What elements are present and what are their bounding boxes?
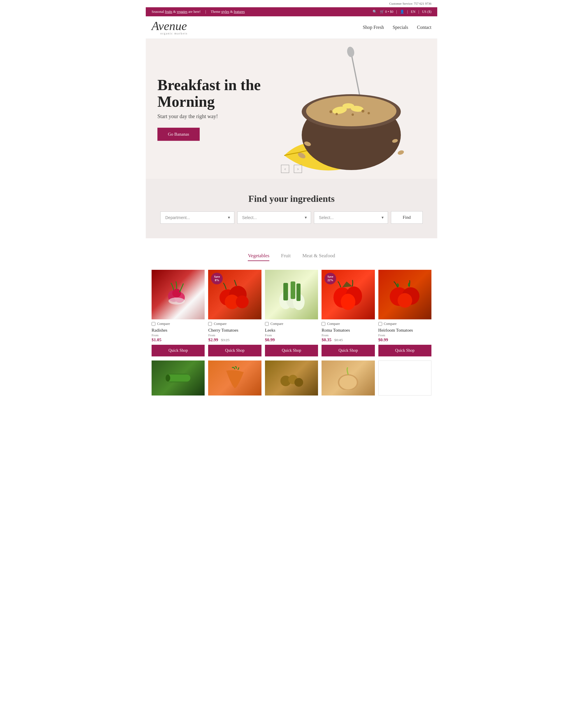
svg-point-12	[352, 113, 354, 116]
compare-row-cherry-tomatoes: Compare	[208, 322, 261, 326]
svg-point-4	[306, 96, 396, 126]
quick-shop-leeks[interactable]: Quick Shop	[265, 345, 318, 357]
compare-checkbox-cherry-tomatoes[interactable]	[208, 322, 212, 326]
product-price-cherry-tomatoes: $2.99 $3.25	[208, 337, 261, 342]
quick-shop-roma-tomatoes[interactable]: Quick Shop	[322, 345, 374, 357]
product-card-row2-3	[265, 361, 318, 395]
find-section-title: Find your ingredients	[151, 193, 432, 204]
hero-cta-button[interactable]: Go Bananas	[158, 128, 200, 141]
features-link[interactable]: features	[234, 10, 245, 14]
product-card-row2-1	[151, 361, 205, 395]
compare-checkbox-radishes[interactable]	[151, 322, 156, 326]
lang-selector[interactable]: EN	[411, 10, 415, 14]
product-name-roma-tomatoes: Roma Tomatoes	[322, 328, 374, 333]
quick-shop-cherry-tomatoes[interactable]: Quick Shop	[208, 345, 261, 357]
compare-label-radishes: Compare	[157, 322, 170, 326]
roma-tomatoes-illustration	[329, 279, 367, 311]
hero-illustration	[261, 45, 424, 173]
veggies-link[interactable]: veggies	[177, 10, 188, 14]
tab-fruit[interactable]: Fruit	[281, 253, 290, 261]
cart-icon[interactable]: 🛒 0 • $0	[380, 10, 393, 14]
svg-point-39	[166, 374, 170, 382]
product-price-roma-tomatoes: $0.35 $0.45	[322, 337, 374, 342]
hero-heading: Breakfast in the Morning	[158, 77, 260, 110]
currency-selector[interactable]: US ($)	[422, 10, 432, 14]
category-select[interactable]: Select...	[237, 211, 311, 224]
product-image-leeks	[265, 270, 318, 319]
products-section: Vegetables Fruit Meat & Seafood	[146, 238, 437, 404]
svg-point-8	[329, 110, 332, 113]
announcement-right: 🔍 🛒 0 • $0 | 👤 | EN | US ($)	[372, 10, 432, 14]
quick-shop-radishes[interactable]: Quick Shop	[151, 345, 205, 357]
product-original-price-roma-tomatoes: $0.45	[334, 338, 343, 342]
compare-checkbox-leeks[interactable]	[265, 322, 269, 326]
nav-shop-fresh[interactable]: Shop Fresh	[363, 25, 384, 30]
compare-row-roma-tomatoes: Compare	[322, 322, 374, 326]
svg-point-44	[339, 375, 357, 389]
tab-meat-seafood[interactable]: Meat & Seafood	[302, 253, 335, 261]
svg-point-11	[368, 112, 370, 114]
zucchini-illustration	[164, 366, 193, 390]
compare-checkbox-roma-tomatoes[interactable]	[322, 322, 325, 326]
separator2: |	[407, 10, 408, 14]
svg-point-16	[397, 150, 404, 156]
svg-point-20	[168, 297, 185, 305]
customer-service-text: Customer Service: 757 621 9736	[389, 2, 432, 5]
category-select-wrapper: Select... ▼	[237, 211, 311, 224]
compare-row-radishes: Compare	[151, 322, 205, 326]
find-button[interactable]: Find	[391, 211, 423, 224]
compare-label-cherry-tomatoes: Compare	[214, 322, 226, 326]
product-tabs: Vegetables Fruit Meat & Seafood	[151, 253, 432, 261]
nav-specials[interactable]: Specials	[393, 25, 408, 30]
separator3: |	[418, 10, 419, 14]
header: Avenue organic markets Shop Fresh Specia…	[146, 16, 437, 39]
hero-carousel-nav: ‹ ›	[281, 165, 302, 173]
svg-point-9	[335, 113, 338, 115]
announcement-separator: |	[205, 10, 206, 14]
tab-vegetables[interactable]: Vegetables	[248, 253, 269, 261]
product-original-price-cherry-tomatoes: $3.25	[221, 338, 229, 342]
compare-row-leeks: Compare	[265, 322, 318, 326]
product-card-heirloom-tomatoes: Compare Heirloom Tomatoes From $0.99 Qui…	[378, 270, 432, 357]
fruits-link[interactable]: fruits	[165, 10, 172, 14]
cherry-tomatoes-illustration	[218, 279, 252, 311]
announcement-left: Seasonal fruits & veggies are here! | Th…	[151, 10, 245, 14]
svg-rect-28	[283, 283, 288, 301]
logo: Avenue organic markets	[151, 20, 188, 35]
product-card-row2-2	[208, 361, 261, 395]
svg-point-7	[342, 103, 354, 108]
subcategory-select[interactable]: Select...	[314, 211, 388, 224]
product-name-heirloom-tomatoes: Heirloom Tomatoes	[378, 328, 432, 333]
svg-rect-30	[297, 284, 301, 301]
quick-shop-heirloom-tomatoes[interactable]: Quick Shop	[378, 345, 432, 357]
onion-illustration	[333, 366, 363, 390]
nav-contact[interactable]: Contact	[417, 25, 432, 30]
carrot-illustration	[220, 366, 250, 390]
find-controls: Department... ▼ Select... ▼ Select... ▼ …	[160, 211, 423, 224]
user-icon[interactable]: 👤	[400, 10, 404, 14]
announcement-text: Seasonal fruits & veggies are here!	[151, 10, 200, 14]
compare-label-leeks: Compare	[271, 322, 283, 326]
separator: |	[396, 10, 397, 14]
search-icon[interactable]: 🔍	[372, 10, 377, 14]
product-image-radishes	[151, 270, 205, 319]
product-from-roma-tomatoes: From	[322, 333, 374, 337]
hero-next-button[interactable]: ›	[294, 165, 302, 173]
styles-link[interactable]: styles	[221, 10, 229, 14]
product-name-radishes: Radishes	[151, 328, 205, 333]
product-name-leeks: Leeks	[265, 328, 318, 333]
compare-checkbox-heirloom-tomatoes[interactable]	[378, 322, 382, 326]
product-name-cherry-tomatoes: Cherry Tomatoes	[208, 328, 261, 333]
mixed-veg-illustration	[277, 366, 306, 390]
hero-prev-button[interactable]: ‹	[281, 165, 289, 173]
product-card-row2-4	[322, 361, 374, 395]
department-select[interactable]: Department...	[160, 211, 234, 224]
radishes-illustration	[164, 280, 193, 309]
product-card-cherry-tomatoes: Save 8% Compare Cherry Tomatoes From $2.…	[208, 270, 261, 357]
svg-point-36	[397, 293, 412, 308]
product-from-leeks: From	[265, 333, 318, 337]
svg-rect-29	[290, 282, 295, 299]
hero-section: Breakfast in the Morning Start your day …	[146, 39, 437, 179]
main-nav: Shop Fresh Specials Contact	[363, 25, 432, 30]
product-from-radishes: From	[151, 333, 205, 337]
